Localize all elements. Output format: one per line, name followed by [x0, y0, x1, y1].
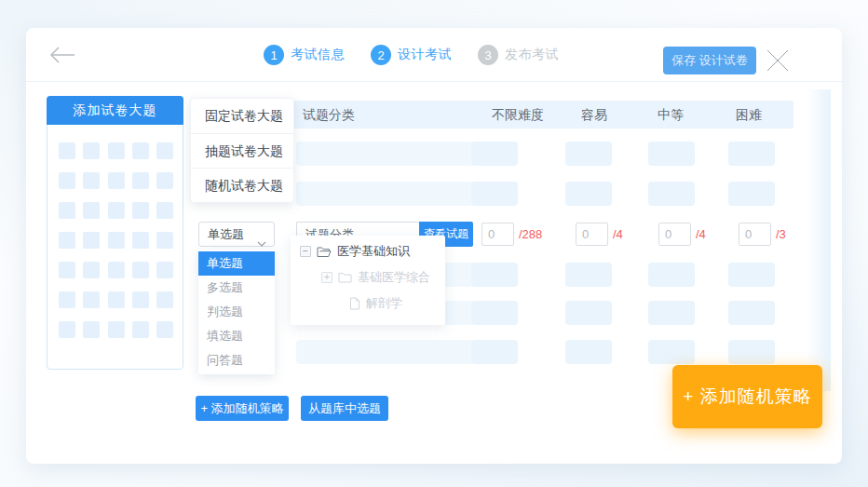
placeholder-squares-row	[47, 262, 184, 278]
floating-add-random-strategy-button[interactable]: + 添加随机策略	[672, 365, 822, 428]
file-icon	[349, 297, 360, 310]
tree-node-leaf[interactable]: 解剖学	[349, 295, 402, 312]
placeholder-square	[83, 232, 100, 249]
placeholder-squares-row	[47, 232, 184, 249]
placeholder-square	[156, 202, 173, 219]
count-medium: /4	[658, 223, 706, 246]
placeholder-block	[565, 263, 612, 287]
placeholder-block	[296, 142, 473, 166]
option-qa[interactable]: 问答题	[198, 348, 275, 372]
add-random-strategy-button[interactable]: + 添加随机策略	[196, 396, 289, 421]
placeholder-block	[648, 142, 695, 166]
tree-node-child-label[interactable]: 基础医学综合	[358, 269, 430, 286]
folder-open-icon	[317, 246, 332, 258]
placeholder-block	[471, 301, 518, 325]
placeholder-block	[565, 301, 612, 325]
count-any-difficulty: /288	[481, 223, 542, 246]
placeholder-block	[728, 263, 775, 287]
placeholder-block	[471, 340, 518, 364]
expand-icon[interactable]: +	[321, 272, 332, 283]
save-design-paper-button[interactable]: 保存 设计试卷	[663, 47, 756, 74]
placeholder-block	[471, 263, 518, 287]
back-arrow-icon[interactable]	[48, 44, 76, 66]
question-type-select[interactable]: 单选题	[198, 222, 275, 247]
placeholder-square	[108, 142, 125, 159]
count-easy: /4	[576, 223, 623, 246]
count-input-hard[interactable]	[739, 223, 771, 246]
placeholder-block	[565, 340, 612, 364]
step-1-label: 考试信息	[291, 47, 345, 63]
placeholder-square	[132, 172, 149, 189]
col-hard: 困难	[736, 107, 762, 124]
pick-from-bank-button[interactable]: 从题库中选题	[301, 396, 388, 421]
placeholder-block	[648, 263, 695, 287]
option-multi-choice[interactable]: 多选题	[198, 276, 275, 300]
placeholder-block	[565, 182, 612, 206]
placeholder-squares-row	[47, 291, 184, 308]
option-fill-choice[interactable]: 填选题	[198, 324, 275, 348]
exam-design-dialog: 1 考试信息 2 设计考试 3 发布考试 保存 设计试卷 添加试卷大题 固定试卷…	[26, 28, 842, 464]
scroll-edge-gradient	[807, 89, 831, 391]
placeholder-block	[648, 340, 695, 364]
count-hard: /3	[739, 223, 786, 246]
tree-node-leaf-label[interactable]: 解剖学	[366, 295, 402, 312]
placeholder-square	[59, 172, 75, 189]
collapse-icon[interactable]: −	[300, 246, 311, 257]
menu-item-random-section[interactable]: 随机试卷大题	[191, 168, 293, 202]
placeholder-square	[156, 142, 173, 159]
count-input-easy[interactable]	[576, 223, 608, 246]
placeholder-square	[83, 321, 100, 338]
step-2-label: 设计考试	[398, 47, 452, 63]
placeholder-square	[132, 321, 149, 338]
step-indicator: 1 考试信息 2 设计考试 3 发布考试	[264, 28, 559, 82]
close-icon[interactable]	[766, 48, 790, 73]
step-3-label: 发布考试	[505, 47, 559, 63]
option-judge-choice[interactable]: 判选题	[198, 300, 275, 324]
placeholder-square	[83, 142, 100, 159]
placeholder-square	[59, 232, 75, 249]
menu-item-draw-section[interactable]: 抽题试卷大题	[191, 133, 293, 168]
count-input-medium[interactable]	[658, 223, 691, 246]
placeholder-squares-row	[47, 172, 184, 189]
limit-easy: /4	[613, 227, 623, 241]
placeholder-block	[728, 182, 775, 206]
tree-node-root[interactable]: − 医学基础知识	[300, 243, 410, 260]
folder-icon	[338, 272, 352, 283]
tree-node-root-label[interactable]: 医学基础知识	[337, 243, 410, 260]
placeholder-square	[108, 291, 125, 308]
placeholder-square	[59, 202, 75, 219]
step-2-circle: 2	[371, 45, 391, 65]
placeholder-block	[728, 301, 775, 325]
placeholder-block	[296, 182, 473, 206]
question-type-options: 单选题 多选题 判选题 填选题 问答题	[198, 250, 275, 374]
limit-any: /288	[519, 227, 542, 241]
placeholder-block	[648, 301, 695, 325]
placeholder-block	[728, 340, 775, 364]
placeholder-square	[156, 291, 173, 308]
placeholder-square	[59, 321, 75, 338]
tree-node-child[interactable]: + 基础医学综合	[321, 269, 430, 286]
placeholder-square	[132, 291, 149, 308]
placeholder-square	[156, 232, 173, 249]
limit-medium: /4	[696, 227, 706, 241]
placeholder-square	[59, 142, 75, 159]
step-3-circle: 3	[478, 45, 498, 65]
count-input-any[interactable]	[481, 223, 514, 246]
placeholder-square	[108, 202, 125, 219]
step-1-circle: 1	[264, 45, 284, 65]
placeholder-block	[471, 142, 518, 166]
placeholder-block	[648, 182, 695, 206]
placeholder-square	[132, 262, 149, 278]
section-type-menu: 固定试卷大题 抽题试卷大题 随机试卷大题	[190, 98, 294, 203]
placeholder-square	[156, 262, 173, 278]
placeholder-squares-row	[47, 202, 184, 219]
add-section-button[interactable]: 添加试卷大题	[47, 96, 183, 125]
placeholder-square	[156, 321, 173, 338]
placeholder-square	[83, 291, 100, 308]
question-type-value: 单选题	[208, 227, 244, 241]
option-single-choice[interactable]: 单选题	[198, 251, 275, 276]
placeholder-block	[296, 340, 473, 364]
placeholder-square	[108, 172, 125, 189]
table-header: 试题分类 不限难度 容易 中等 困难	[290, 101, 793, 129]
menu-item-fixed-section[interactable]: 固定试卷大题	[191, 99, 293, 133]
